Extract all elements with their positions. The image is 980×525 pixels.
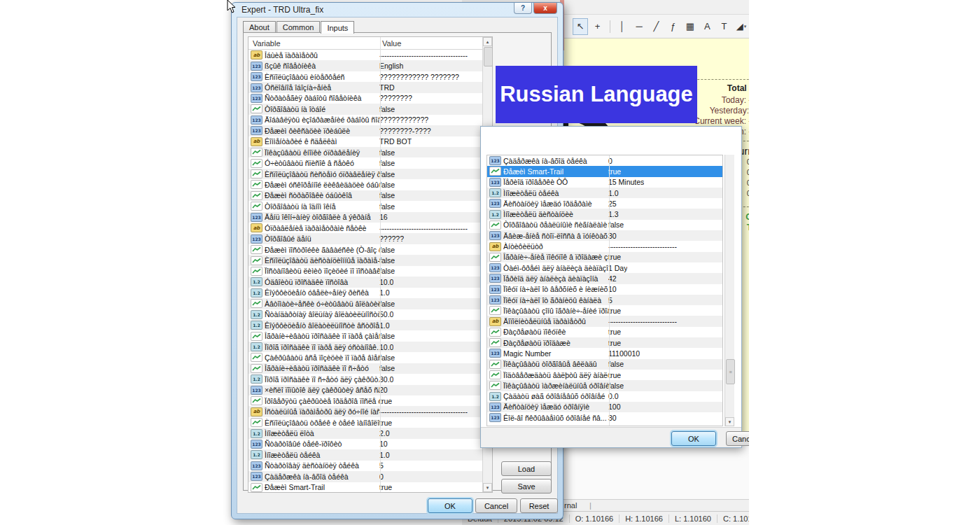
table-row[interactable]: Çàêðûâàòü âñå ïîçèöèè ïî ïàðå âìåñò...fa… <box>248 352 492 363</box>
table-row[interactable]: Îãðàíè÷èâàòü ïðîñàäêè ïî ñ÷åòófalse <box>248 363 492 374</box>
crosshair-tool-icon[interactable]: + <box>589 18 605 35</box>
ok-button-2[interactable]: OK <box>671 431 716 446</box>
table-row[interactable]: 1.2Ïîðîã ïðîñàäêè ïî ñ÷åòó äëÿ çàêðûò...… <box>248 374 492 384</box>
table-row[interactable]: Èñïîëüçîâàòü òðåéê è òåéê ìàíîâîëîìtrue <box>248 417 492 428</box>
text-tool-icon[interactable]: A <box>699 18 715 35</box>
table-row[interactable]: Îãðàíè÷èâàòü ïðîñàäêè ïî ïàðå çàìåífalse <box>248 330 492 341</box>
table-row[interactable]: Ïîêàçûâàòü ìàðæèíàëüíûå óðîâíèfalse <box>487 380 722 391</box>
table-scrollbar-2[interactable]: ≡ ▼ <box>724 155 734 426</box>
ok-button[interactable]: OK <box>428 498 472 513</box>
table-row[interactable]: 1.2Ìíîæèòåëü òåéêà1.0 <box>248 449 492 460</box>
table-row[interactable]: 123Ñòàðòîâûé òåéê-ïðîôèò10 <box>248 439 492 449</box>
table-row[interactable]: 123Ðåæèì ôèêñàöèè ïðèáûëè????????-???? <box>248 125 492 136</box>
table-row[interactable]: Ïîñòàíîâèòü ëèìèò ïîçèöèé ïî ïîñòàâêå ..… <box>248 266 492 276</box>
channel-grid-icon[interactable]: ▦ <box>682 18 698 35</box>
table-row[interactable]: Ðåæèì ñòðàõîâêè óáûòêîâfalse <box>248 190 492 201</box>
table-row[interactable]: abÎáùèå ïàðàìåòðû-----------------------… <box>248 50 492 60</box>
table-row[interactable]: Èñïîëüçîâàòü ñèñòåìó óïðàâëåíèÿ ðèñêàfal… <box>248 169 492 179</box>
param-value: 1.0 <box>379 451 390 459</box>
table-row[interactable]: 123Çàäåðæêà íà-âõîä òåéêà0 <box>487 155 722 166</box>
table-row[interactable]: 123Ïåðèîä äëÿ àíàëèçà äèàïàçîíà42 <box>487 273 722 284</box>
table-row[interactable]: Ïîêàçûâàòü êíîïêè óïðàâëåíèÿfalse <box>248 147 492 158</box>
table-row[interactable]: 123Ïîêóï íà÷àëî îò ãðàíèöû êàíàëà5 <box>487 295 722 305</box>
table-row[interactable]: abÄîïîëíèòåëüíûå ïàðàìåòðû--------------… <box>487 316 722 326</box>
table-row[interactable]: 123Óñëîâíîå îáîçíà÷åíèåTRD <box>248 82 492 92</box>
shapes-tool-icon[interactable]: ◢▾ <box>734 18 749 35</box>
param-value: ------------------------------------ <box>379 407 468 416</box>
scroll-thumb[interactable] <box>484 47 493 66</box>
help-button[interactable]: ? <box>514 3 532 14</box>
cursor-tool-icon[interactable]: ↖ <box>573 18 588 35</box>
table-row[interactable]: Ðàçðåøàòü ïðîäàæètrue <box>487 337 722 348</box>
table-row[interactable]: Èñïîëüçîâàòü äèñòàíöèîííûå ïàðàìå-â...fa… <box>248 255 492 265</box>
param-name: Îñòàëüíûå ïàðàìåòðû äëÿ ðó÷íîé íàñ... <box>265 407 379 416</box>
table-row[interactable]: 123Äâèæ-åíèå ñòîï-ëîññà â ïóíêòàõ30 <box>487 230 722 241</box>
table-row[interactable]: Ïîêàçûâàòü òîðãîâûå âêëàäûfalse <box>487 359 722 370</box>
horizontal-line-icon[interactable]: ─ <box>631 18 647 35</box>
table-row[interactable]: Ïîäòâåðæäàòü âàëþòû äëÿ àíàëèçà ñèòó...t… <box>487 370 722 380</box>
reset-button[interactable]: Reset <box>520 498 558 513</box>
scroll-down-icon[interactable]: ▼ <box>725 417 734 426</box>
table-row[interactable]: Ðåæèì Smart-Trailtrue <box>487 166 722 176</box>
table-row[interactable]: 123Çàäåðæêà íà-âõîä òåéêà0 <box>248 471 492 482</box>
label-tool-icon[interactable]: T <box>716 18 732 35</box>
table-row[interactable]: Òîðãîâàòü ðåàëüíûìè ñèãíàëàìè ñî ñò...fa… <box>487 220 722 230</box>
table-row[interactable]: 123Äîáàâëÿòü èçîáðàæåíèé ðàáîòû ñîâåòíèê… <box>248 115 492 125</box>
table-row[interactable]: abÀíòèôèëüòð---------------------------- <box>487 241 722 251</box>
save-button[interactable]: Save <box>501 479 552 493</box>
table-row[interactable]: Ó÷èòûâàòü ñïèñîê â ñåòêófalse <box>248 158 492 168</box>
table-row[interactable]: Ðåæèì Smart-Trailtrue <box>248 482 492 493</box>
table-row[interactable]: abÎñòàëüíûå ïàðàìåòðû äëÿ ðó÷íîé íàñ...-… <box>248 406 492 416</box>
fibonacci-icon[interactable]: ƒ <box>665 18 680 35</box>
table-row[interactable]: abÊîììåíòàðèé ê ñäåëêàìTRD BOT <box>248 136 492 147</box>
scroll-down-icon[interactable]: ▼ <box>483 483 492 492</box>
table-row[interactable]: 123Òîðãîâûé äåíü?????? <box>248 233 492 244</box>
table-row[interactable]: 123Èñïîëüçîâàòü èíòåðôåéñ???????????? ??… <box>248 71 492 82</box>
param-value: ?????? <box>379 234 404 243</box>
table-row[interactable]: 123Êîë-âî ñêðûâàåìûõ óðîâíåé ñâ...30 <box>487 412 722 423</box>
table-row[interactable]: 1.2Ìíîæèòåëü ëîòà2.0 <box>248 428 492 438</box>
table-row[interactable]: 123Äèñòàíöèÿ ìåæäó óðîâíÿìè100 <box>487 402 722 412</box>
table-row[interactable]: 1.2Óäâîèòü ïðîñàäêè ïîñòîâà10.0 <box>248 276 492 287</box>
trend-line-icon[interactable]: ╱ <box>648 18 664 35</box>
scroll-thumb[interactable]: ≡ <box>726 359 735 384</box>
table-row[interactable]: 123Äåíü îêîí÷àíèÿ òîðãîâëè â ýêðàíå16 <box>248 212 492 223</box>
table-row[interactable]: Òîðãîâàòü íà îòáîéfalse <box>248 104 492 114</box>
table-row[interactable]: Àâòîìàòè÷åñêè ó÷èòûâàòü âîëàòèëüí...fals… <box>248 298 492 309</box>
param-name: Ðåæèì Smart-Trail <box>503 167 608 176</box>
cancel-button[interactable]: Cancel <box>475 498 517 513</box>
table-row[interactable]: Ðåæèì ïîñòðîéêè ãàâàéñêè (Ò-âîç ðå...fal… <box>248 244 492 255</box>
table-row[interactable]: Ðàçðåøàòü ïîêóïêètrue <box>487 327 722 337</box>
table-row[interactable]: 1.2Êîýôôèöèåíò óâåëè÷åíèÿ ðèñêà1.0 <box>248 288 492 298</box>
table-row[interactable]: Òîðãîâàòü íà îäíîì îêíåfalse <box>248 201 492 211</box>
table-row[interactable]: Ïðîâåðÿòü çàêðûòèå îðäåðîâ ïîñëå çàêðû..… <box>248 396 492 406</box>
table-row[interactable]: 123Ñòðàòåãèÿ ðàáîòû ñîâåòíèêà???????? <box>248 93 492 104</box>
table-row[interactable]: 123Òàéì-ôðåéì äëÿ àíàëèçà äèàïàçîíà1 Day <box>487 262 722 273</box>
tab-common[interactable]: Common <box>276 21 321 33</box>
table-row[interactable]: 1.2Ïîðîã ïðîñàäêè ïî ïàðå äëÿ óñòàíîâê..… <box>248 342 492 352</box>
table-row[interactable]: Ðåæèì óñêîðåííîé ëèêâèäàöèè óáûòêàfalse <box>248 179 492 190</box>
param-name: Ìíîæèòåëü ëîòà <box>265 429 379 438</box>
mouse-cursor-icon <box>227 0 237 14</box>
table-row[interactable]: 1.2Ìíîæèòåëü äèñòàíöèè1.3 <box>487 209 722 219</box>
table-row[interactable]: 123Ñòàðòîâàÿ äèñòàíöèÿ òåéêà5 <box>248 461 492 471</box>
tab-about[interactable]: About <box>243 21 276 33</box>
table-row[interactable]: 123Ïåðèîä ïðîâåðêè ÒÔ15 Minutes <box>487 177 722 188</box>
table-row[interactable]: 123ßçûê ñîâåòíèêàEnglish <box>248 60 492 71</box>
table-row[interactable]: Îãðàíè÷-åíèå ïîêóïîê â ïðîäàæè çà ïåð...… <box>487 252 722 262</box>
table-row[interactable]: Ïîêàçûâàòü çîíû îãðàíè÷-åíèé ïðîäàæ...tr… <box>487 305 722 316</box>
table-row[interactable]: 123Äèñòàíöèÿ ìåæäó îðäåðàìè25 <box>487 198 722 209</box>
table-row[interactable]: abÓïðàâëåíèå ïàðàìåòðàìè ñåòêè----------… <box>248 223 492 233</box>
table-row[interactable]: 123×èñëî ïîïûòîê äëÿ çàêðûòèÿ âñåõ ñäå..… <box>248 385 492 396</box>
table-row[interactable]: 123Magic Number11100010 <box>487 348 722 358</box>
vertical-line-icon[interactable]: │ <box>615 18 630 35</box>
load-button[interactable]: Load <box>501 461 552 476</box>
table-row[interactable]: 1.2Ñòàíäàðòíàÿ âîëüíàÿ âîëàòèëüíîñòü50.0 <box>248 309 492 320</box>
close-button[interactable]: x <box>533 3 557 14</box>
table-row[interactable]: 123Ïîêóï íà÷àëî îò âåðõíèõ è íèæíèõ ãðàí… <box>487 284 722 295</box>
scroll-up-icon[interactable]: ▲ <box>483 37 492 46</box>
table-row[interactable]: 1.2Ìíîæèòåëü òåéêà1.0 <box>487 188 722 198</box>
table-row[interactable]: 1.2Êîýôôèöèåíò âîëàòèëüíîñòè âñòðîåí...1… <box>248 320 492 330</box>
tab-inputs[interactable]: Inputs <box>321 21 354 34</box>
table-row[interactable]: 1.2Çàäàòü øàã óðîâíåâûõ óðîâíåé0.0 <box>487 391 722 402</box>
